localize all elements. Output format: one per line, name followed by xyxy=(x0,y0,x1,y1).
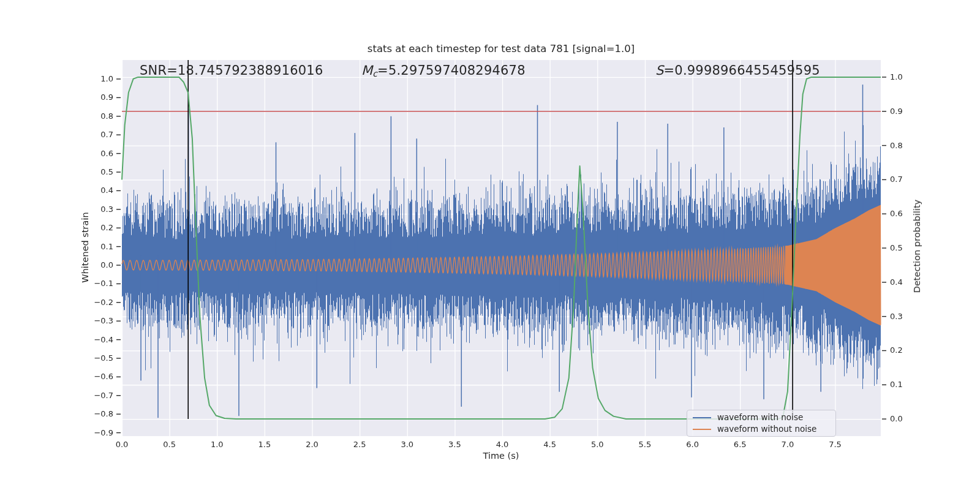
x-tick-label: 6.0 xyxy=(686,440,699,449)
stat-annotation-1: Mc=5.297597408294678 xyxy=(361,63,526,78)
legend-item-without-noise: waveform without noise xyxy=(693,424,829,434)
left-y-tick-label: 0.5 xyxy=(86,167,113,176)
legend-label-without-noise: waveform without noise xyxy=(717,424,816,434)
right-y-tick-label: 0.3 xyxy=(890,312,903,321)
left-y-tick-label: −0.5 xyxy=(86,353,113,363)
x-tick-label: 2.5 xyxy=(353,440,366,449)
x-tick-label: 0.5 xyxy=(163,440,176,449)
left-y-tick-label: 0.9 xyxy=(86,92,113,102)
left-y-tick-label: 0.3 xyxy=(86,205,113,214)
x-tick-label: 3.5 xyxy=(448,440,461,449)
right-y-tick-label: 1.0 xyxy=(890,72,903,81)
x-tick-label: 6.5 xyxy=(734,440,747,449)
right-y-tick-label: 0.8 xyxy=(890,141,903,150)
right-y-tick-label: 0.6 xyxy=(890,209,903,218)
x-tick-label: 5.5 xyxy=(639,440,652,449)
left-y-tick-label: −0.6 xyxy=(86,372,113,381)
left-y-tick-label: −0.7 xyxy=(86,391,113,400)
x-tick-label: 3.0 xyxy=(401,440,413,449)
stat-annotation-2: S=0.9998966455459595 xyxy=(655,63,820,78)
left-y-tick-label: 0.7 xyxy=(86,130,113,139)
right-y-tick-label: 0.1 xyxy=(890,380,903,389)
left-y-tick-label: 0.6 xyxy=(86,149,113,158)
left-y-tick-label: 1.0 xyxy=(86,74,113,83)
x-tick-label: 1.0 xyxy=(211,440,224,449)
chart-title: stats at each timestep for test data 781… xyxy=(368,43,635,55)
x-axis-label: Time (s) xyxy=(483,451,519,461)
left-y-tick-label: −0.9 xyxy=(86,428,113,437)
left-y-tick-label: 0.0 xyxy=(86,260,113,270)
left-y-tick-label: −0.2 xyxy=(86,298,113,307)
left-y-tick-label: 0.1 xyxy=(86,242,113,251)
x-tick-label: 7.5 xyxy=(829,440,842,449)
legend-label-with-noise: waveform with noise xyxy=(717,412,803,423)
right-y-axis-label: Detection probability xyxy=(912,200,922,293)
stat-annotation-0: SNR=18.745792388916016 xyxy=(140,63,323,78)
right-y-tick-label: 0.0 xyxy=(890,414,903,423)
x-tick-label: 4.0 xyxy=(496,440,509,449)
legend-item-with-noise: waveform with noise xyxy=(693,412,829,423)
left-y-tick-label: −0.1 xyxy=(86,279,113,288)
right-y-tick-label: 0.9 xyxy=(890,107,903,116)
left-y-tick-label: 0.8 xyxy=(86,111,113,121)
x-tick-label: 5.0 xyxy=(591,440,604,449)
legend-line-orange-icon xyxy=(693,429,711,430)
right-y-tick-label: 0.7 xyxy=(890,175,903,184)
left-y-tick-label: 0.4 xyxy=(86,186,113,195)
left-y-tick-label: −0.8 xyxy=(86,409,113,418)
legend-line-blue-icon xyxy=(693,417,711,418)
x-tick-label: 2.0 xyxy=(306,440,318,449)
right-y-tick-label: 0.5 xyxy=(890,243,903,252)
x-tick-label: 7.0 xyxy=(781,440,794,449)
right-y-tick-label: 0.4 xyxy=(890,277,903,287)
left-y-tick-label: −0.4 xyxy=(86,335,113,344)
legend: waveform with noise waveform without noi… xyxy=(687,410,836,437)
x-tick-label: 0.0 xyxy=(116,440,129,449)
left-y-tick-label: −0.3 xyxy=(86,316,113,325)
x-tick-label: 4.5 xyxy=(543,440,556,449)
x-tick-label: 1.5 xyxy=(258,440,271,449)
left-y-tick-label: 0.2 xyxy=(86,223,113,232)
right-y-tick-label: 0.2 xyxy=(890,345,903,355)
